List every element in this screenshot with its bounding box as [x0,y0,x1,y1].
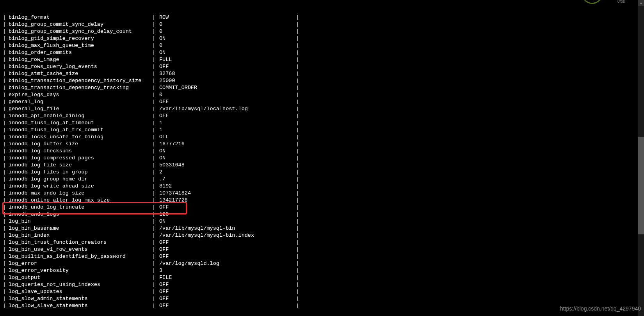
table-row: |general_log_file| /var/lib/mysql/localh… [0,105,644,112]
column-separator: | [296,211,303,218]
column-separator: | [152,274,159,281]
column-separator: | [152,49,159,56]
column-separator: | [0,232,9,239]
variable-name: binlog_transaction_dependency_history_si… [9,77,152,84]
column-separator: | [152,295,159,302]
vertical-scrollbar[interactable]: ▲ [638,0,644,316]
table-row: |binlog_rows_query_log_events| OFF| [0,63,644,70]
column-separator: | [296,120,303,127]
column-separator: | [296,246,303,253]
variable-name: log_output [9,274,152,281]
variable-value: OFF [159,204,296,211]
column-separator: | [152,77,159,84]
variable-name: innodb_undo_logs [9,211,152,218]
variable-name: innodb_flush_log_at_trx_commit [9,127,152,134]
variable-value: ROW [159,14,296,21]
table-row: |log_bin_basename| /var/lib/mysql/mysql-… [0,225,644,232]
table-row: |expire_logs_days| 0| [0,91,644,98]
table-row: |binlog_group_commit_sync_no_delay_count… [0,28,644,35]
column-separator: | [0,267,9,274]
table-row: |innodb_flush_log_at_timeout| 1| [0,120,644,127]
variable-value: 0 [159,91,296,98]
column-separator: | [152,63,159,70]
variable-value: 16777216 [159,141,296,148]
column-separator: | [0,260,9,267]
variable-value: /var/lib/mysql/mysql-bin.index [159,232,296,239]
column-separator: | [296,169,303,176]
column-separator: | [0,112,9,120]
column-separator: | [152,253,159,260]
column-separator: | [0,190,9,197]
column-separator: | [0,302,9,309]
variable-name: binlog_group_commit_sync_delay [9,21,152,28]
column-separator: | [296,112,303,120]
table-row: |binlog_transaction_dependency_history_s… [0,77,644,84]
variable-value: 1 [159,120,296,127]
variable-name: innodb_max_undo_log_size [9,190,152,197]
column-separator: | [0,63,9,70]
column-separator: | [296,70,303,77]
table-row: |binlog_gtid_simple_recovery| ON| [0,35,644,42]
performance-widget: 0fps [582,0,636,6]
variable-name: log_bin_index [9,232,152,239]
column-separator: | [296,239,303,246]
scrollbar-thumb[interactable] [638,137,644,234]
variable-value: 1073741824 [159,190,296,197]
column-separator: | [296,155,303,162]
column-separator: | [296,14,303,21]
variable-name: innodb_log_buffer_size [9,141,152,148]
variable-name: log_error_verbosity [9,267,152,274]
table-row: |innodb_flush_log_at_trx_commit| 1| [0,127,644,134]
variable-value: ON [159,35,296,42]
column-separator: | [152,246,159,253]
table-row: |innodb_log_checksums| ON| [0,148,644,155]
variable-name: innodb_locks_unsafe_for_binlog [9,134,152,141]
column-separator: | [0,35,9,42]
table-row: |innodb_log_group_home_dir| ./| [0,176,644,183]
column-separator: | [296,63,303,70]
column-separator: | [296,197,303,204]
scroll-up-button[interactable]: ▲ [638,0,644,6]
column-separator: | [296,204,303,211]
column-separator: | [296,260,303,267]
column-separator: | [0,77,9,84]
variable-value: FULL [159,56,296,63]
variable-name: innodb_log_checksums [9,148,152,155]
column-separator: | [296,141,303,148]
variable-name: log_bin [9,218,152,225]
column-separator: | [152,162,159,169]
column-separator: | [152,232,159,239]
column-separator: | [0,204,9,211]
column-separator: | [296,267,303,274]
variable-value: OFF [159,295,296,302]
column-separator: | [152,204,159,211]
variable-value: ./ [159,176,296,183]
column-separator: | [0,169,9,176]
variable-value: OFF [159,246,296,253]
variable-name: binlog_max_flush_queue_time [9,42,152,49]
column-separator: | [0,155,9,162]
variable-name: innodb_flush_log_at_timeout [9,120,152,127]
variable-value: /var/lib/mysql/localhost.log [159,105,296,112]
column-separator: | [0,120,9,127]
variable-value: 0 [159,21,296,28]
variable-name: innodb_undo_log_truncate [9,204,152,211]
column-separator: | [152,190,159,197]
column-separator: | [0,253,9,260]
variable-name: binlog_gtid_simple_recovery [9,35,152,42]
variable-name: innodb_log_files_in_group [9,169,152,176]
column-separator: | [152,91,159,98]
variable-value: OFF [159,288,296,295]
table-row: |log_error| /var/log/mysqld.log| [0,260,644,267]
column-separator: | [296,35,303,42]
column-separator: | [296,225,303,232]
column-separator: | [152,14,159,21]
column-separator: | [152,218,159,225]
column-separator: | [0,105,9,112]
variable-value: 128 [159,211,296,218]
table-row: |log_bin_use_v1_row_events| OFF| [0,246,644,253]
variable-name: log_bin_basename [9,225,152,232]
column-separator: | [0,218,9,225]
table-row: |log_builtin_as_identified_by_password| … [0,253,644,260]
column-separator: | [296,42,303,49]
